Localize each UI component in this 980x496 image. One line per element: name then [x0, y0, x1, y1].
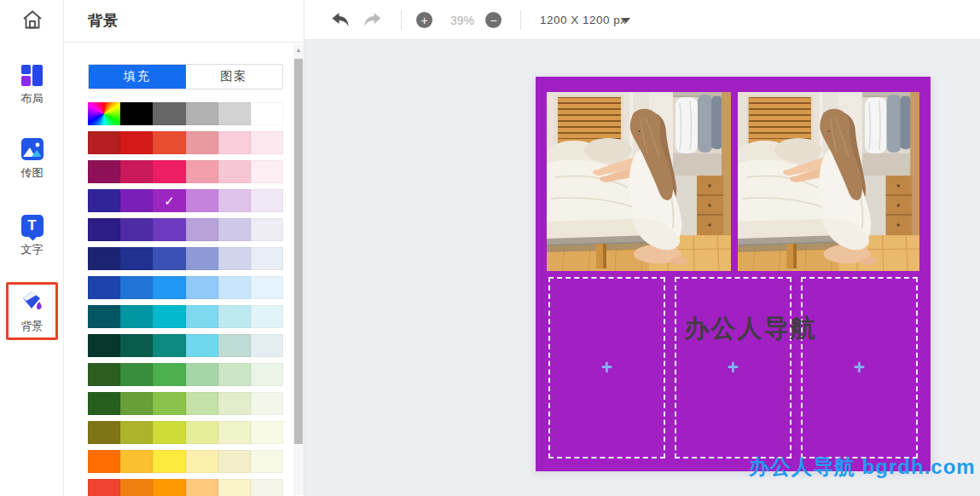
color-swatch[interactable]	[120, 392, 153, 415]
scroll-up-icon[interactable]: ▲	[293, 44, 304, 57]
color-swatch[interactable]	[218, 131, 251, 154]
color-swatch[interactable]	[251, 363, 283, 386]
chevron-down-icon[interactable]	[622, 18, 630, 23]
color-swatch[interactable]	[88, 392, 120, 415]
color-swatch[interactable]	[251, 189, 283, 212]
color-swatch[interactable]	[88, 102, 120, 125]
zoom-in-button[interactable]: +	[416, 12, 432, 28]
color-swatch[interactable]	[251, 479, 283, 496]
home-button[interactable]	[0, 9, 64, 31]
redo-icon[interactable]	[362, 12, 382, 28]
color-swatch[interactable]	[251, 276, 283, 299]
color-swatch[interactable]	[153, 363, 185, 386]
color-swatch[interactable]	[88, 479, 120, 496]
color-swatch[interactable]	[251, 102, 283, 125]
color-swatch[interactable]	[120, 160, 153, 183]
color-swatch[interactable]	[88, 247, 120, 270]
color-swatch[interactable]	[120, 131, 153, 154]
color-swatch[interactable]: ✓	[153, 189, 185, 212]
color-swatch[interactable]	[153, 102, 185, 125]
color-swatch[interactable]	[120, 479, 153, 496]
color-swatch[interactable]	[120, 218, 153, 241]
color-swatch[interactable]	[120, 363, 153, 386]
color-swatch[interactable]	[186, 392, 218, 415]
tab-fill[interactable]: 填充	[89, 65, 186, 89]
color-swatch[interactable]	[186, 421, 218, 444]
sidebar-item-text[interactable]: T 文字	[0, 215, 64, 257]
color-swatch[interactable]	[218, 102, 251, 125]
add-photo-icon[interactable]: +	[601, 358, 612, 378]
canvas-workspace[interactable]: + + + 办公人导航 办公人导航 bgrdh.com	[304, 40, 980, 496]
add-photo-icon[interactable]: +	[728, 358, 739, 378]
color-swatch[interactable]	[120, 334, 153, 357]
color-swatch[interactable]	[120, 276, 153, 299]
color-swatch[interactable]	[153, 334, 185, 357]
color-swatch[interactable]	[153, 218, 185, 241]
canvas-size-label[interactable]: 1200 X 1200 px	[540, 14, 627, 26]
color-swatch[interactable]	[218, 363, 251, 386]
color-swatch[interactable]	[251, 450, 283, 473]
color-swatch[interactable]	[186, 218, 218, 241]
color-swatch[interactable]	[186, 305, 218, 328]
color-swatch[interactable]	[88, 218, 120, 241]
color-swatch[interactable]	[186, 450, 218, 473]
color-swatch[interactable]	[218, 160, 251, 183]
design-canvas[interactable]: + + + 办公人导航 办公人导航 bgrdh.com	[536, 77, 931, 471]
color-swatch[interactable]	[186, 276, 218, 299]
color-swatch[interactable]	[186, 363, 218, 386]
color-swatch[interactable]	[218, 247, 251, 270]
photo-placeholder[interactable]: +	[801, 277, 918, 459]
photo-bedroom-2[interactable]	[738, 92, 919, 271]
color-swatch[interactable]	[186, 247, 218, 270]
color-swatch[interactable]	[120, 421, 153, 444]
color-swatch[interactable]	[186, 131, 218, 154]
color-swatch[interactable]	[251, 392, 283, 415]
color-swatch[interactable]	[218, 450, 251, 473]
scrollbar-thumb[interactable]	[294, 59, 303, 444]
color-swatch[interactable]	[218, 421, 251, 444]
color-swatch[interactable]	[251, 334, 283, 357]
photo-bedroom-1[interactable]	[547, 92, 731, 271]
add-photo-icon[interactable]: +	[854, 358, 865, 378]
color-swatch[interactable]	[88, 131, 120, 154]
color-swatch[interactable]	[88, 160, 120, 183]
tab-pattern[interactable]: 图案	[186, 65, 283, 89]
color-swatch[interactable]	[120, 189, 153, 212]
color-swatch[interactable]	[88, 334, 120, 357]
color-swatch[interactable]	[186, 479, 218, 496]
undo-icon[interactable]	[331, 12, 351, 28]
color-swatch[interactable]	[218, 392, 251, 415]
color-swatch[interactable]	[153, 131, 185, 154]
color-swatch[interactable]	[153, 479, 185, 496]
color-swatch[interactable]	[218, 218, 251, 241]
panel-scrollbar[interactable]: ▲	[293, 44, 304, 495]
color-swatch[interactable]	[88, 421, 120, 444]
color-swatch[interactable]	[88, 189, 120, 212]
color-swatch[interactable]	[186, 189, 218, 212]
color-swatch[interactable]	[120, 305, 153, 328]
sidebar-item-layout[interactable]: 布局	[0, 65, 64, 107]
color-swatch[interactable]	[120, 450, 153, 473]
color-swatch[interactable]	[88, 305, 120, 328]
zoom-out-button[interactable]: −	[485, 12, 502, 28]
color-swatch[interactable]	[218, 305, 251, 328]
color-swatch[interactable]	[120, 102, 153, 125]
sidebar-item-background[interactable]: 背景	[0, 290, 64, 334]
color-swatch[interactable]	[251, 247, 283, 270]
color-swatch[interactable]	[251, 160, 283, 183]
color-swatch[interactable]	[88, 276, 120, 299]
color-swatch[interactable]	[218, 479, 251, 496]
color-swatch[interactable]	[218, 334, 251, 357]
canvas-text-element[interactable]: 办公人导航	[536, 312, 966, 346]
color-swatch[interactable]	[251, 421, 283, 444]
color-swatch[interactable]	[153, 392, 185, 415]
color-swatch[interactable]	[186, 334, 218, 357]
color-swatch[interactable]	[153, 305, 185, 328]
photo-placeholder[interactable]: +	[548, 277, 665, 459]
color-swatch[interactable]	[153, 247, 185, 270]
color-swatch[interactable]	[88, 363, 120, 386]
color-swatch[interactable]	[153, 450, 185, 473]
color-swatch[interactable]	[218, 276, 251, 299]
color-swatch[interactable]	[153, 421, 185, 444]
color-swatch[interactable]	[251, 131, 283, 154]
